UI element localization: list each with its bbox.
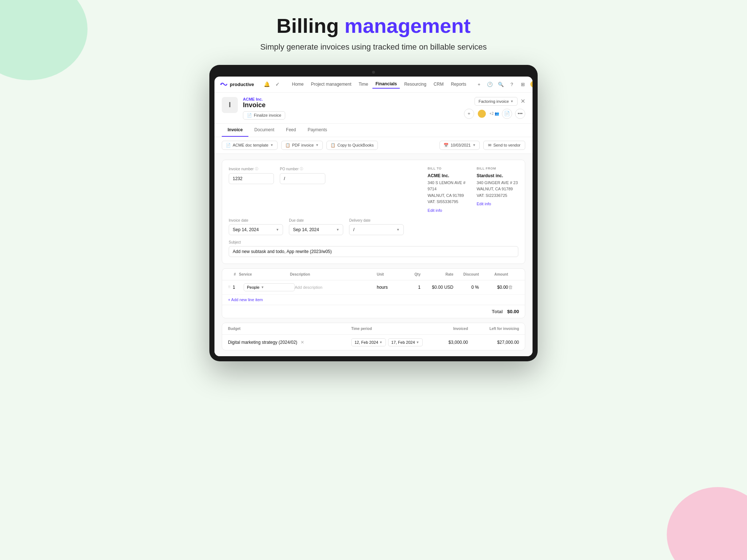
period-to-select[interactable]: 17, Feb 2024 ▼ <box>388 338 423 346</box>
invoice-date-group: Invoice date Sep 14, 2024 ▼ <box>229 218 283 235</box>
more-users-button[interactable]: +2 👥 <box>489 112 499 116</box>
copy-icon: 📋 <box>330 143 336 148</box>
line-item-rate[interactable]: $0.00 USD <box>421 285 453 290</box>
pdf-invoice-button[interactable]: 📋 PDF invoice ▼ <box>281 141 323 150</box>
bg-blob-tl <box>0 0 88 80</box>
bill-to-company: ACME Inc. <box>427 173 469 178</box>
col-unit-header: Unit <box>377 272 402 276</box>
invoice-header-right: Factoring invoice ▼ ✕ + +2 👥 📄 ••• <box>464 97 525 119</box>
po-number-group: PO number ⓘ / <box>280 167 325 213</box>
tab-invoice[interactable]: Invoice <box>222 124 248 137</box>
close-button[interactable]: ✕ <box>520 98 525 105</box>
nav-help-icon[interactable]: ? <box>508 80 516 88</box>
service-select[interactable]: People ▼ <box>244 283 295 291</box>
col-desc-header: Description <box>290 272 377 276</box>
tablet-screen: productive 🔔 ✓ Home Project management T… <box>214 77 533 356</box>
nav-item-project[interactable]: Project management <box>308 80 354 88</box>
total-row: Total $0.00 <box>222 305 525 318</box>
delivery-date-value: / <box>353 227 354 232</box>
more-options-button[interactable]: ••• <box>515 109 525 119</box>
line-item-amount: $0.00 <box>479 285 508 290</box>
hero-section: Billing management Simply generate invoi… <box>260 15 487 52</box>
tab-payments[interactable]: Payments <box>302 124 333 137</box>
tablet-frame: productive 🔔 ✓ Home Project management T… <box>209 65 538 361</box>
col-amount-header: Amount <box>479 272 508 276</box>
po-number-input[interactable]: / <box>280 173 325 184</box>
chevron-down-icon: ▼ <box>510 100 514 103</box>
budget-invoiced-value: $3,000.00 <box>424 340 468 345</box>
nav-item-crm[interactable]: CRM <box>431 80 446 88</box>
line-item-service: People ▼ <box>244 283 295 291</box>
line-item-unit: hours <box>377 285 402 290</box>
date-picker-button[interactable]: 📅 10/03/2021 ▼ <box>440 141 480 150</box>
bill-from-section: BILL FROM Stardust inc. 340 GINGER AVE #… <box>477 167 518 213</box>
delivery-date-select[interactable]: / ▼ <box>349 224 403 235</box>
bill-from-address: 340 GINGER AVE # 23 WALNUT, CA 91789 VAT… <box>477 180 518 199</box>
factoring-invoice-button[interactable]: Factoring invoice ▼ <box>475 97 518 106</box>
document-action-button[interactable]: 📄 <box>502 109 512 119</box>
nav-icons: 🔔 ✓ <box>263 80 282 88</box>
line-item-discount[interactable]: 0 % <box>453 285 479 290</box>
bill-from-edit-link[interactable]: Edit info <box>477 202 491 206</box>
nav-item-time[interactable]: Time <box>356 80 371 88</box>
add-line-item-button[interactable]: + Add new line item <box>222 295 525 305</box>
line-item-delete-button[interactable]: 🗑 <box>508 284 519 290</box>
total-label: Total <box>492 309 503 314</box>
nav-search-icon[interactable]: 🔍 <box>497 80 505 88</box>
bill-from-address-1: 340 GINGER AVE # 23 <box>477 180 518 186</box>
bill-to-label: BILL TO <box>427 167 469 170</box>
nav-bar: productive 🔔 ✓ Home Project management T… <box>214 77 533 93</box>
nav-item-home[interactable]: Home <box>289 80 306 88</box>
info-icon-1: ⓘ <box>255 167 258 171</box>
doc-template-button[interactable]: 📄 ACME doc template ▼ <box>222 141 278 150</box>
bill-from-vat: VAT: SI22336725 <box>477 192 518 199</box>
pdf-icon: 📋 <box>285 143 290 148</box>
period-to-chevron: ▼ <box>416 341 419 344</box>
chevron-icon-2: ▼ <box>316 143 319 147</box>
nav-item-resourcing[interactable]: Resourcing <box>401 80 429 88</box>
budget-remove-button[interactable]: ✕ <box>301 340 304 345</box>
nav-logo-text: productive <box>230 82 254 87</box>
nav-item-reports[interactable]: Reports <box>448 80 469 88</box>
quickbooks-button[interactable]: 📋 Copy to QuickBooks <box>326 141 378 150</box>
budget-left-value: $27,000.00 <box>468 340 519 345</box>
finalize-invoice-button[interactable]: 📄 Finalize invoice <box>243 111 285 120</box>
description-input[interactable]: Add description <box>295 285 322 289</box>
add-action-button[interactable]: + <box>464 109 474 119</box>
invoice-number-row: Invoice number ⓘ 1232 PO number ⓘ / <box>229 167 518 213</box>
budget-name: Digital marketing strategy (2024/02) ✕ <box>228 340 351 345</box>
bill-to-edit-link[interactable]: Edit info <box>427 208 442 213</box>
line-item-qty[interactable]: 1 <box>402 285 421 290</box>
nav-plus-icon[interactable]: + <box>475 80 483 88</box>
send-to-vendor-button[interactable]: ✉ Send to vendor <box>483 141 525 150</box>
document-icon: 📄 <box>247 113 252 118</box>
period-from-value: 12, Feb 2024 <box>355 340 378 345</box>
nav-avatar[interactable] <box>530 80 533 88</box>
doc-template-label: ACME doc template <box>233 143 268 147</box>
period-from-select[interactable]: 12, Feb 2024 ▼ <box>351 338 386 346</box>
invoice-date-label: Invoice date <box>229 218 283 222</box>
nav-item-financials[interactable]: Financials <box>372 80 400 89</box>
subject-input[interactable]: Add new subtask and todo, App rewrite (2… <box>229 246 518 257</box>
nav-clock-icon[interactable]: 🕐 <box>486 80 494 88</box>
drag-handle-icon[interactable]: ⠿ <box>228 285 231 289</box>
nav-bell-icon[interactable]: 🔔 <box>263 80 271 88</box>
nav-check-icon[interactable]: ✓ <box>274 80 282 88</box>
nav-grid-icon[interactable]: ⊞ <box>519 80 527 88</box>
user-avatar-1 <box>477 109 487 118</box>
invoice-company-name: ACME Inc. <box>243 97 459 101</box>
tab-document[interactable]: Document <box>248 124 280 137</box>
bill-from-label: BILL FROM <box>477 167 518 170</box>
invoice-number-input[interactable]: 1232 <box>229 173 274 184</box>
logo-icon <box>220 81 228 87</box>
due-date-select[interactable]: Sep 14, 2024 ▼ <box>289 224 343 235</box>
tab-feed[interactable]: Feed <box>280 124 302 137</box>
subject-group: Subject Add new subtask and todo, App re… <box>229 240 518 257</box>
tablet-camera <box>372 71 375 74</box>
invoice-name: Invoice <box>243 101 459 109</box>
bill-to-address: 340 S LEMON AVE # 9714 WALNUT, CA 91789 … <box>427 180 469 205</box>
invoice-date-select[interactable]: Sep 14, 2024 ▼ <box>229 224 283 235</box>
info-icon-2: ⓘ <box>300 167 303 171</box>
col-service-header: Service <box>239 272 290 276</box>
factoring-btn-label: Factoring invoice <box>479 99 509 104</box>
